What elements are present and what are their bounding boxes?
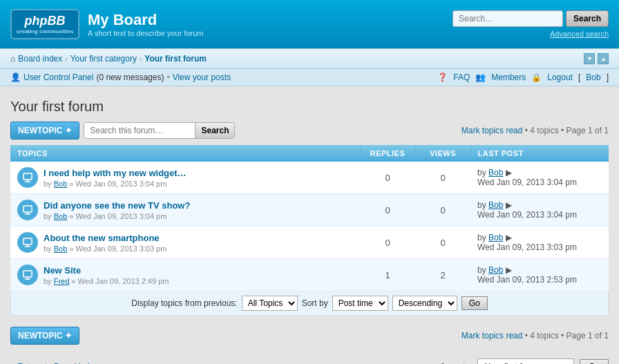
topic-title-link-2[interactable]: Did anyone see the new TV show? xyxy=(44,200,190,211)
topic-meta-3: by Bob » Wed Jan 09, 2013 3:03 pm xyxy=(44,245,166,253)
new-topic-button[interactable]: NEWTOPIC ✦ xyxy=(10,122,79,140)
board-info: My Board A short text to describe your f… xyxy=(88,11,204,37)
topic-title-link-1[interactable]: I need help with my new widget… xyxy=(44,168,187,178)
svg-rect-9 xyxy=(23,271,32,277)
topic-author-link-3[interactable]: Bob xyxy=(54,245,68,253)
logout-icon: 🔒 xyxy=(531,73,542,82)
logout-link[interactable]: Logout xyxy=(547,73,573,82)
forum-title: Your first forum xyxy=(10,99,609,115)
faq-icon: ❓ xyxy=(437,73,448,82)
board-name: My Board xyxy=(88,11,204,29)
replies-cell-4: 1 xyxy=(360,259,415,291)
col-header-replies: REPLIES xyxy=(360,145,415,162)
new-topic-star-icon-bottom: ✦ xyxy=(65,331,72,341)
ucp-link[interactable]: User Control Panel xyxy=(23,73,93,82)
col-header-lastpost: LAST POST xyxy=(470,145,609,162)
members-icon: 👥 xyxy=(475,73,486,82)
new-topic-button-bottom[interactable]: NEWTOPIC ✦ xyxy=(10,327,79,345)
filter-display-label: Display topics from previous: xyxy=(131,298,237,308)
forum-search-box: Search xyxy=(84,122,235,139)
svg-rect-6 xyxy=(23,238,32,245)
members-link[interactable]: Members xyxy=(491,73,526,82)
topic-title-link-4[interactable]: New Site xyxy=(44,265,81,276)
lastpost-author-1[interactable]: Bob xyxy=(488,168,503,178)
mark-read-bottom[interactable]: Mark topics read xyxy=(461,331,523,341)
breadcrumb-category[interactable]: Your first category xyxy=(70,54,137,64)
topic-icon-3 xyxy=(17,232,38,253)
topics-list: I need help with my new widget… by Bob »… xyxy=(10,162,609,291)
topics-info-top: Mark topics read • 4 topics • Page 1 of … xyxy=(461,126,609,135)
topic-author-link-4[interactable]: Fred xyxy=(54,277,70,285)
topic-text-2: Did anyone see the new TV show? by Bob »… xyxy=(44,200,190,220)
filter-bar: Display topics from previous: All Topics… xyxy=(10,291,609,316)
forum-search-input[interactable] xyxy=(84,123,195,138)
views-cell-3: 0 xyxy=(415,227,470,259)
view-posts-link[interactable]: View your posts xyxy=(173,73,231,82)
new-messages-count: (0 new messages) xyxy=(96,73,164,82)
topic-author-link-2[interactable]: Bob xyxy=(54,212,68,220)
topic-meta-2: by Bob » Wed Jan 09, 2013 3:04 pm xyxy=(44,212,190,220)
breadcrumb-sep2: ‹ xyxy=(140,55,142,63)
jump-to-bar: Jump to: Your first forum Go xyxy=(440,353,609,364)
main-content: Your first forum NEWTOPIC ✦ Search Mark … xyxy=(0,86,619,364)
breadcrumb-sep1: ‹ xyxy=(65,55,67,63)
col-header-views: VIEWS xyxy=(415,145,470,162)
breadcrumb-board-index[interactable]: Board index xyxy=(18,54,62,64)
replies-cell-3: 0 xyxy=(360,227,415,259)
separator-dot: • xyxy=(166,73,169,82)
user-links: 👤 User Control Panel (0 new messages) • … xyxy=(10,73,231,82)
user-bracket-close: ] xyxy=(607,73,609,82)
advanced-search-link[interactable]: Advanced search xyxy=(550,30,609,38)
logo-top-text: phpBB xyxy=(25,14,66,28)
decrease-size-btn[interactable]: ▾ xyxy=(584,53,595,64)
col-header-topics: TOPICS xyxy=(10,145,360,162)
filter-topics-select[interactable]: All Topics xyxy=(242,296,298,311)
table-header: TOPICS REPLIES VIEWS LAST POST xyxy=(10,145,609,162)
lastpost-cell-3: by Bob ▶ Wed Jan 09, 2013 3:03 pm xyxy=(470,227,609,259)
ucp-icon: 👤 xyxy=(10,73,21,82)
logo-area: phpBB creating communities My Board A sh… xyxy=(10,9,204,39)
topic-author-link-1[interactable]: Bob xyxy=(54,180,68,188)
filter-go-button[interactable]: Go xyxy=(461,296,488,310)
topic-title-link-3[interactable]: About the new smartphone xyxy=(44,233,160,243)
lastpost-arrow-icon: ▶ xyxy=(506,168,512,178)
site-header: phpBB creating communities My Board A sh… xyxy=(0,0,619,48)
bottom-bar-left: NEWTOPIC ✦ xyxy=(10,327,79,345)
username-link[interactable]: Bob xyxy=(586,73,600,82)
views-cell-1: 0 xyxy=(415,162,470,194)
header-search-area: Search Advanced search xyxy=(453,10,609,38)
faq-link[interactable]: FAQ xyxy=(453,73,470,82)
breadcrumb-bar: ⌂ Board index ‹ Your first category ‹ Yo… xyxy=(0,48,619,69)
header-search-input[interactable] xyxy=(453,10,563,27)
increase-size-btn[interactable]: ▴ xyxy=(598,53,609,64)
svg-rect-0 xyxy=(23,173,32,180)
topic-meta-1: by Bob » Wed Jan 09, 2013 3:04 pm xyxy=(44,180,187,188)
order-select[interactable]: Descending xyxy=(392,296,457,311)
topic-text-4: New Site by Fred » Wed Jan 09, 2013 2:49… xyxy=(44,265,169,285)
user-bracket-open: [ xyxy=(578,73,580,82)
new-topic-star-icon: ✦ xyxy=(65,126,72,135)
sort-by-select[interactable]: Post time xyxy=(332,296,388,311)
breadcrumb: ⌂ Board index ‹ Your first category ‹ Yo… xyxy=(10,54,207,64)
jump-go-button[interactable]: Go xyxy=(580,359,609,364)
breadcrumb-icons: ▾ ▴ xyxy=(584,53,609,64)
page-info-bottom: Page 1 of 1 xyxy=(566,331,609,341)
user-bar: 👤 User Control Panel (0 new messages) • … xyxy=(0,69,619,86)
topic-meta-4: by Fred » Wed Jan 09, 2013 2:49 pm xyxy=(44,277,169,285)
lastpost-author-4[interactable]: Bob xyxy=(488,265,503,275)
topics-count: 4 topics xyxy=(530,126,558,135)
lastpost-author-3[interactable]: Bob xyxy=(488,233,503,242)
topic-text-1: I need help with my new widget… by Bob »… xyxy=(44,168,187,188)
jump-to-select[interactable]: Your first forum xyxy=(477,358,574,364)
breadcrumb-current-forum: Your first forum xyxy=(144,54,207,64)
topic-cell-3: About the new smartphone by Bob » Wed Ja… xyxy=(10,227,360,259)
table-row: Did anyone see the new TV show? by Bob »… xyxy=(10,194,609,227)
lastpost-cell-1: by Bob ▶ Wed Jan 09, 2013 3:04 pm xyxy=(470,162,609,194)
lastpost-author-2[interactable]: Bob xyxy=(488,200,503,210)
forum-search-button[interactable]: Search xyxy=(195,123,234,138)
mark-topics-read-link[interactable]: Mark topics read xyxy=(461,126,523,135)
header-search-box: Search xyxy=(453,10,609,27)
lastpost-cell-2: by Bob ▶ Wed Jan 09, 2013 3:04 pm xyxy=(470,194,609,227)
header-search-button[interactable]: Search xyxy=(566,10,609,27)
home-icon: ⌂ xyxy=(10,54,15,64)
